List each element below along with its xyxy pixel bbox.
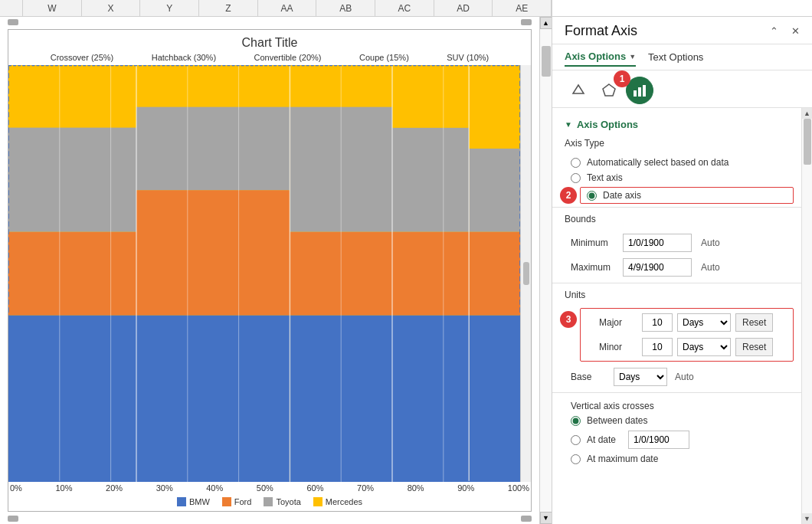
legend-bmw-swatch [177, 497, 186, 506]
col-X[interactable]: X [82, 0, 141, 16]
radio-between-dates-input[interactable] [571, 416, 581, 426]
scroll-thumb[interactable] [542, 46, 551, 77]
axis-type-label: Axis Type [565, 138, 789, 149]
col-AC[interactable]: AC [375, 0, 434, 16]
tab-axis-options[interactable]: Axis Options ▼ [565, 51, 636, 67]
units-major-reset-button[interactable]: Reset [735, 313, 773, 332]
panel-scroll-thumb[interactable] [804, 119, 811, 165]
radio-text-input[interactable] [571, 173, 581, 183]
cat-label-coupe: Coupe (15%) [359, 53, 409, 62]
axis-options-section-header[interactable]: ▼ Axis Options [552, 114, 801, 135]
radio-at-date-value[interactable] [628, 431, 689, 449]
spreadsheet-v-scrollbar[interactable]: ▲ ▼ [539, 17, 552, 524]
chart-right-thumb [523, 262, 529, 285]
cat-label-hatchback: Hatchback (30%) [152, 53, 216, 62]
units-minor-reset-button[interactable]: Reset [735, 338, 773, 356]
fill-line-icon-btn[interactable] [565, 77, 592, 104]
chart-right-scroll[interactable] [520, 65, 531, 482]
radio-at-date-label: At date [587, 434, 616, 445]
xaxis-90: 90% [457, 483, 474, 493]
col-AA[interactable]: AA [258, 0, 317, 16]
svg-rect-19 [469, 65, 520, 149]
radio-date-label: Date axis [603, 190, 641, 201]
col-AB[interactable]: AB [316, 0, 375, 16]
col-W[interactable]: W [23, 0, 82, 16]
radio-at-max-date-input[interactable] [571, 454, 581, 464]
svg-marker-32 [603, 84, 615, 96]
bounds-maximum-input[interactable] [623, 258, 692, 277]
units-minor-unit-select[interactable]: Days Months Years [677, 338, 731, 356]
radio-auto-label: Automatically select based on data [587, 157, 729, 168]
panel-header-placeholder [552, 0, 812, 16]
bounds-minimum-row: Minimum Auto [552, 231, 801, 255]
legend-toyota-label: Toyota [276, 497, 300, 506]
step-3-badge: 3 [560, 311, 577, 328]
col-AE[interactable]: AE [493, 0, 552, 16]
xaxis-20: 20% [106, 483, 123, 493]
panel-scroll-track[interactable] [802, 119, 812, 513]
units-major-unit-select[interactable]: Days Months Years [677, 313, 731, 332]
bounds-maximum-auto[interactable]: Auto [701, 262, 720, 273]
panel-more-icon[interactable]: ⌃ [766, 24, 781, 39]
divider-2 [552, 283, 801, 283]
divider-3 [552, 392, 801, 393]
chart-svg-element [8, 65, 520, 482]
corner-cell [0, 0, 23, 16]
chart-box[interactable]: Chart Title Crossover (25%) Hatchback (3… [8, 29, 532, 512]
top-left-scroll-handle[interactable] [8, 19, 18, 25]
base-unit-select[interactable]: Days Months Years [614, 368, 667, 386]
svg-rect-1 [8, 315, 136, 482]
bounds-minimum-auto[interactable]: Auto [701, 237, 720, 248]
spreadsheet-area: Chart Title Crossover (25%) Hatchback (3… [0, 17, 539, 524]
panel-header-icons: ⌃ ✕ [766, 24, 803, 39]
scroll-up-arrow[interactable]: ▲ [540, 17, 552, 29]
units-major-value-input[interactable] [642, 313, 673, 332]
tab-axis-options-label: Axis Options [565, 51, 626, 62]
cat-label-convertible: Convertible (20%) [254, 53, 322, 62]
radio-date-input[interactable] [587, 191, 597, 201]
legend-mercedes-label: Mercedes [326, 497, 362, 506]
col-Y[interactable]: Y [140, 0, 199, 16]
top-right-scroll-handle[interactable] [521, 19, 532, 25]
panel-scroll-down[interactable]: ▼ [802, 513, 813, 524]
xaxis-30: 30% [156, 483, 173, 493]
tab-text-options[interactable]: Text Options [648, 51, 703, 66]
panel-scroll-up[interactable]: ▲ [802, 108, 813, 119]
scroll-down-arrow[interactable]: ▼ [540, 512, 552, 524]
units-major-label: Major [599, 317, 637, 328]
base-label: Base [571, 372, 609, 382]
radio-at-max-date-label: At maximum date [587, 454, 658, 464]
step-1-badge: 1 [614, 70, 630, 87]
units-minor-value-input[interactable] [642, 338, 673, 356]
bounds-maximum-label: Maximum [571, 262, 617, 273]
sheet-column-headers: W X Y Z AA AB AC AD AE [0, 0, 812, 17]
panel-v-scrollbar[interactable]: ▲ ▼ [801, 108, 812, 524]
panel-title: Format Axis [565, 23, 637, 39]
radio-auto-input[interactable] [571, 158, 581, 168]
bottom-left-scroll-handle[interactable] [8, 516, 18, 522]
units-minor-row: Minor Days Months Years Reset [581, 335, 793, 359]
panel-content: ▼ Axis Options Axis Type Automatically s… [552, 108, 801, 524]
panel-body: ▼ Axis Options Axis Type Automatically s… [552, 108, 812, 524]
base-row: Base Days Months Years Auto [552, 365, 801, 389]
svg-rect-5 [469, 315, 520, 482]
svg-rect-7 [136, 190, 290, 315]
base-auto[interactable]: Auto [675, 372, 694, 382]
col-AD[interactable]: AD [434, 0, 493, 16]
bounds-minimum-input[interactable] [623, 234, 692, 252]
step-2-badge: 2 [560, 187, 577, 204]
radio-date-axis: Date axis [580, 187, 794, 204]
svg-rect-10 [469, 232, 520, 316]
chart-title: Chart Title [8, 30, 531, 53]
svg-rect-6 [8, 232, 136, 316]
legend-ford-swatch [222, 497, 231, 506]
panel-close-button[interactable]: ✕ [787, 24, 803, 39]
radio-at-date-input[interactable] [571, 435, 581, 445]
xaxis-80: 80% [408, 483, 424, 493]
col-Z[interactable]: Z [199, 0, 258, 16]
section-expand-arrow: ▼ [565, 120, 572, 129]
svg-rect-12 [136, 106, 290, 190]
bottom-right-scroll-handle[interactable] [521, 516, 532, 522]
scroll-track[interactable] [540, 29, 552, 512]
chart-svg [8, 65, 520, 482]
